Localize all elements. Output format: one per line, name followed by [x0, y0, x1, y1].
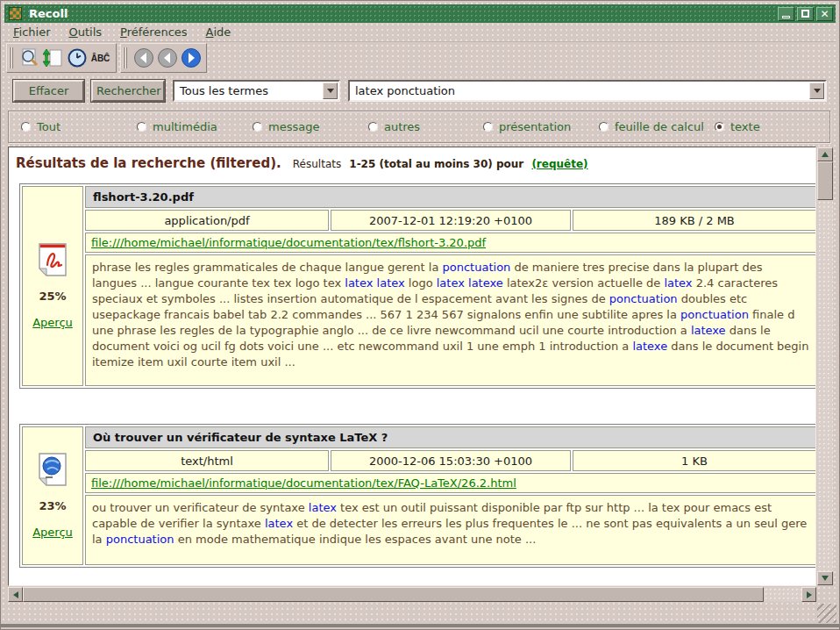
relevance-percent: 23% — [39, 499, 66, 512]
result-title: Où trouver un vérificateur de syntaxe La… — [85, 426, 816, 448]
history-clock-icon — [67, 47, 88, 68]
menubar: Fichier Outils Préférences Aide — [4, 23, 836, 42]
filter-radio-autres[interactable]: autres — [368, 120, 420, 133]
toolbar-handle[interactable] — [9, 47, 14, 68]
filter-radio-presentation[interactable]: présentation — [483, 120, 571, 133]
query-input[interactable]: latex ponctuation — [348, 80, 827, 102]
chevron-down-icon[interactable] — [809, 82, 824, 99]
menu-aide[interactable]: Aide — [206, 25, 231, 39]
result-entry: 23% Aperçu Où trouver un vérificateur de… — [19, 424, 816, 568]
preview-link[interactable]: Aperçu — [32, 526, 73, 539]
clear-button[interactable]: Effacer — [13, 80, 84, 102]
document-search-button[interactable] — [18, 47, 41, 70]
menu-fichier[interactable]: Fichier — [13, 25, 51, 39]
filter-radio-tout[interactable]: Tout — [21, 120, 61, 133]
toolbar-group-nav — [120, 43, 207, 73]
arrow-up-icon — [822, 152, 829, 157]
horizontal-scrollbar[interactable] — [8, 587, 816, 602]
recoll-window: Recoll ✕ Fichier Outils Préférences Aide — [0, 0, 840, 630]
document-search-icon — [19, 47, 40, 68]
filter-radio-feuille-de-calcul[interactable]: feuille de calcul — [599, 120, 704, 133]
recoll-app-icon — [9, 7, 22, 20]
relevance-percent: 25% — [39, 290, 66, 303]
vertical-scrollbar-track[interactable] — [817, 200, 833, 571]
result-mime: text/html — [85, 450, 329, 471]
filter-groupbox: Tout multimédia message autres présentat… — [8, 111, 830, 143]
result-size: 1 KB — [573, 450, 816, 471]
first-page-button[interactable] — [132, 47, 155, 70]
result-date: 2000-12-06 15:03:30 +0100 — [331, 450, 571, 471]
close-icon: ✕ — [820, 9, 829, 19]
radio-icon — [137, 122, 146, 132]
minimize-button[interactable] — [778, 7, 794, 21]
index-update-icon — [43, 47, 64, 68]
term-explorer-button[interactable]: ÂBĈ — [89, 47, 112, 70]
resize-grip[interactable] — [817, 604, 836, 623]
query-details-link[interactable]: (requête) — [531, 158, 587, 170]
query-value: latex ponctuation — [355, 84, 455, 97]
titlebar[interactable]: Recoll ✕ — [4, 4, 836, 23]
arrow-left-icon — [13, 591, 18, 598]
radio-icon — [599, 122, 609, 132]
filter-radio-multimedia[interactable]: multimédia — [137, 120, 217, 133]
prev-page-button[interactable] — [155, 47, 179, 70]
toolbar-handle[interactable] — [123, 47, 128, 68]
minimize-icon — [782, 16, 790, 18]
results-area[interactable]: Résultats de la recherche (filtered). Ré… — [8, 147, 816, 586]
history-button[interactable] — [65, 47, 89, 70]
menu-preferences[interactable]: Préférences — [120, 25, 187, 39]
close-button[interactable]: ✕ — [816, 7, 833, 21]
radio-icon — [483, 122, 493, 132]
result-snippet: phrase les regles grammaticales de chaqu… — [85, 254, 816, 386]
term-explorer-icon: ÂBĈ — [91, 54, 110, 63]
radio-icon — [253, 122, 262, 132]
filter-radio-message[interactable]: message — [253, 120, 319, 133]
toolbar: ÂBĈ — [6, 43, 207, 73]
chevron-down-icon[interactable] — [323, 82, 338, 99]
maximize-icon — [801, 10, 809, 18]
preview-link[interactable]: Aperçu — [32, 316, 73, 329]
search-button[interactable]: Rechercher — [91, 80, 165, 102]
vertical-scrollbar-thumb[interactable] — [817, 161, 833, 200]
filter-radio-texte[interactable]: texte — [715, 120, 760, 133]
toolbar-group-main: ÂBĈ — [6, 43, 117, 73]
search-mode-value: Tous les termes — [180, 84, 268, 97]
scroll-up-button[interactable] — [817, 147, 833, 161]
scroll-left-button[interactable] — [8, 587, 23, 602]
window-title: Recoll — [29, 7, 778, 20]
results-summary-range: 1-25 (total au moins 30) pour — [349, 158, 523, 170]
back-icon — [157, 47, 178, 68]
forward-icon — [181, 47, 202, 68]
radio-icon — [21, 122, 31, 132]
window-controls: ✕ — [778, 7, 833, 21]
horizontal-scrollbar-track[interactable] — [764, 587, 801, 602]
pdf-document-icon — [38, 243, 68, 276]
menu-outils[interactable]: Outils — [69, 25, 103, 39]
results-header: Résultats de la recherche (filtered). Ré… — [16, 154, 815, 171]
result-entry: 25% Aperçu flshort-3.20.pdf application/… — [19, 183, 816, 389]
search-bar: Effacer Rechercher Tous les termes latex… — [13, 80, 827, 102]
radio-icon — [715, 122, 724, 132]
result-date: 2007-12-01 12:19:20 +0100 — [331, 210, 571, 231]
next-page-button[interactable] — [179, 47, 203, 70]
index-update-button[interactable] — [41, 47, 65, 70]
back-icon — [133, 47, 154, 68]
result-mime: application/pdf — [85, 210, 329, 231]
html-document-icon — [38, 453, 68, 486]
horizontal-scrollbar-thumb[interactable] — [23, 587, 764, 602]
result-side-cell: 25% Aperçu — [22, 186, 83, 386]
scroll-right-button[interactable] — [801, 587, 816, 602]
result-size: 189 KB / 2 MB — [573, 210, 816, 231]
result-title: flshort-3.20.pdf — [85, 186, 816, 208]
vertical-scrollbar[interactable] — [817, 147, 833, 585]
result-url-cell: file:///home/michael/informatique/docume… — [85, 473, 816, 493]
result-url-cell: file:///home/michael/informatique/docume… — [85, 233, 816, 253]
result-url-link[interactable]: file:///home/michael/informatique/docume… — [91, 236, 486, 249]
scroll-down-button[interactable] — [817, 571, 833, 585]
results-title: Résultats de la recherche (filtered). — [16, 155, 281, 171]
maximize-button[interactable] — [797, 7, 814, 21]
search-mode-select[interactable]: Tous les termes — [173, 80, 340, 102]
result-url-link[interactable]: file:///home/michael/informatique/docume… — [91, 476, 516, 490]
arrow-right-icon — [807, 591, 812, 598]
results-summary-prefix: Résultats — [293, 158, 341, 170]
